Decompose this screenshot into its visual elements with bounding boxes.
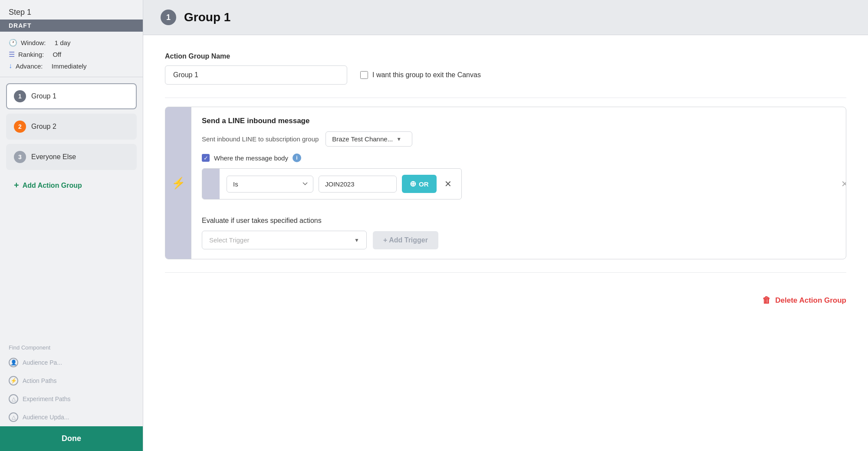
trigger-row: Select Trigger ▼ + Add Trigger bbox=[202, 231, 835, 249]
window-label: Window: bbox=[21, 39, 46, 46]
main-header: 1 Group 1 bbox=[143, 0, 868, 35]
add-icon: + bbox=[14, 180, 19, 190]
draft-badge: DRAFT bbox=[0, 20, 143, 32]
step-label: Step 1 bbox=[0, 0, 143, 17]
chevron-down-icon: ▼ bbox=[396, 136, 401, 142]
nav-action-paths[interactable]: ⚡ Action Paths bbox=[0, 372, 143, 390]
group1-label: Group 1 bbox=[31, 92, 56, 100]
nav-audience-paths[interactable]: 👤 Audience Pa... bbox=[0, 353, 143, 372]
advance-icon: ↓ bbox=[9, 62, 12, 70]
everyone-else-number: 3 bbox=[14, 151, 26, 163]
lightning-column: ⚡ bbox=[165, 107, 191, 259]
main-header-title: Group 1 bbox=[184, 10, 230, 24]
subscription-row: Sent inbound LINE to subscription group … bbox=[202, 131, 835, 147]
nav-audience-paths-label: Audience Pa... bbox=[23, 359, 62, 366]
sidebar-item-group1[interactable]: 1 Group 1 bbox=[6, 83, 137, 109]
trigger-placeholder: Select Trigger bbox=[209, 236, 250, 244]
main-panel: 1 Group 1 Action Group Name I want this … bbox=[143, 0, 868, 451]
filter-value-input[interactable] bbox=[319, 176, 397, 193]
action-paths-icon: ⚡ bbox=[9, 376, 18, 386]
trigger-section-label: Evaluate if user takes specified actions bbox=[202, 217, 835, 225]
add-trigger-button[interactable]: + Add Trigger bbox=[373, 231, 438, 249]
plus-icon: ⊕ bbox=[410, 179, 416, 189]
select-trigger-dropdown[interactable]: Select Trigger ▼ bbox=[202, 231, 367, 249]
bottom-action: 🗑 Delete Action Group bbox=[165, 281, 846, 310]
divider-2 bbox=[165, 272, 846, 273]
experiment-paths-icon: △ bbox=[9, 394, 18, 404]
message-body-label: Where the message body bbox=[214, 154, 288, 162]
clock-icon: 🕐 bbox=[9, 39, 17, 47]
action-group-name-label: Action Group Name bbox=[165, 52, 846, 60]
group1-number-wrap: 1 bbox=[14, 90, 26, 102]
exit-canvas-label: I want this group to exit the Canvas bbox=[372, 71, 481, 79]
trigger-chevron-down-icon: ▼ bbox=[354, 237, 359, 243]
delete-action-group-button[interactable]: 🗑 Delete Action Group bbox=[762, 290, 846, 310]
nav-experiment-paths[interactable]: △ Experiment Paths bbox=[0, 390, 143, 408]
ranking-icon: ☰ bbox=[9, 50, 15, 59]
ranking-meta: ☰ Ranking: Off bbox=[9, 50, 134, 59]
sidebar-bottom: Find Component 👤 Audience Pa... ⚡ Action… bbox=[0, 342, 143, 451]
window-value: 1 day bbox=[55, 39, 71, 46]
subscription-dropdown[interactable]: Braze Test Channe... ▼ bbox=[326, 131, 412, 147]
outer-close-icon[interactable]: ✕ bbox=[841, 179, 846, 189]
advance-label: Advance: bbox=[16, 62, 43, 70]
main-body: Action Group Name I want this group to e… bbox=[143, 35, 868, 451]
trigger-section: Evaluate if user takes specified actions… bbox=[202, 208, 835, 249]
sidebar-section-label: Find Component bbox=[0, 342, 143, 353]
header-group-number: 1 bbox=[161, 10, 176, 25]
or-label: OR bbox=[419, 180, 429, 188]
ranking-label: Ranking: bbox=[18, 51, 44, 58]
group-list: 1 Group 1 2 Group 2 3 Everyone Else + Ad… bbox=[0, 77, 143, 196]
everyone-else-label: Everyone Else bbox=[31, 153, 76, 161]
audience-paths-icon: 👤 bbox=[9, 358, 18, 367]
remove-filter-icon[interactable]: ✕ bbox=[442, 179, 454, 189]
nav-audience-update[interactable]: △ Audience Upda... bbox=[0, 408, 143, 426]
exit-canvas-row: I want this group to exit the Canvas bbox=[360, 71, 481, 79]
audience-update-icon: △ bbox=[9, 412, 18, 422]
add-action-group-label: Add Action Group bbox=[23, 182, 82, 190]
action-card: ⚡ Send a LINE inbound message Sent inbou… bbox=[165, 107, 846, 259]
done-button[interactable]: Done bbox=[0, 426, 143, 451]
group2-number: 2 bbox=[14, 121, 26, 133]
or-button[interactable]: ⊕ OR bbox=[402, 175, 437, 193]
sidebar-item-everyone-else[interactable]: 3 Everyone Else bbox=[6, 144, 137, 170]
advance-meta: ↓ Advance: Immediately bbox=[9, 62, 134, 70]
window-meta: 🕐 Window: 1 day bbox=[9, 39, 134, 47]
nav-experiment-paths-label: Experiment Paths bbox=[23, 395, 71, 402]
action-card-title: Send a LINE inbound message bbox=[202, 117, 835, 125]
sidebar-meta: 🕐 Window: 1 day ☰ Ranking: Off ↓ Advance… bbox=[0, 32, 143, 77]
message-body-checkbox[interactable]: ✓ bbox=[202, 154, 210, 162]
nav-audience-update-label: Audience Upda... bbox=[23, 414, 69, 421]
group1-number: 1 bbox=[14, 90, 26, 102]
message-body-row: ✓ Where the message body i bbox=[202, 154, 835, 162]
group2-label: Group 2 bbox=[31, 123, 56, 131]
sidebar-item-group2[interactable]: 2 Group 2 bbox=[6, 114, 137, 140]
subscription-value: Braze Test Channe... bbox=[332, 135, 393, 143]
divider-1 bbox=[165, 98, 846, 98]
everyone-else-number-wrap: 3 bbox=[14, 151, 26, 163]
trash-icon: 🗑 bbox=[762, 295, 771, 305]
nav-action-paths-label: Action Paths bbox=[23, 377, 57, 384]
filter-row: Is Is not Contains Does not contain ⊕ OR bbox=[202, 168, 462, 199]
action-card-inner: ⚡ Send a LINE inbound message Sent inbou… bbox=[165, 107, 846, 259]
info-icon[interactable]: i bbox=[293, 154, 301, 162]
sidebar: Step 1 DRAFT 🕐 Window: 1 day ☰ Ranking: … bbox=[0, 0, 143, 451]
add-trigger-label: + Add Trigger bbox=[383, 236, 428, 244]
exit-canvas-checkbox[interactable] bbox=[360, 71, 368, 79]
subscription-label: Sent inbound LINE to subscription group bbox=[202, 135, 319, 143]
filter-content: Is Is not Contains Does not contain ⊕ OR bbox=[220, 169, 461, 199]
delete-group-label: Delete Action Group bbox=[775, 296, 846, 305]
group2-number-wrap: 2 bbox=[14, 121, 26, 133]
advance-value: Immediately bbox=[52, 62, 87, 70]
add-action-group-button[interactable]: + Add Action Group bbox=[6, 174, 137, 196]
filter-operator-select[interactable]: Is Is not Contains Does not contain bbox=[227, 176, 313, 193]
ranking-value: Off bbox=[53, 51, 61, 58]
filter-left-bar bbox=[202, 169, 220, 199]
lightning-icon: ⚡ bbox=[171, 176, 185, 190]
action-card-right: Send a LINE inbound message Sent inbound… bbox=[191, 107, 846, 259]
name-row: I want this group to exit the Canvas bbox=[165, 65, 846, 85]
group-name-input[interactable] bbox=[165, 65, 347, 85]
